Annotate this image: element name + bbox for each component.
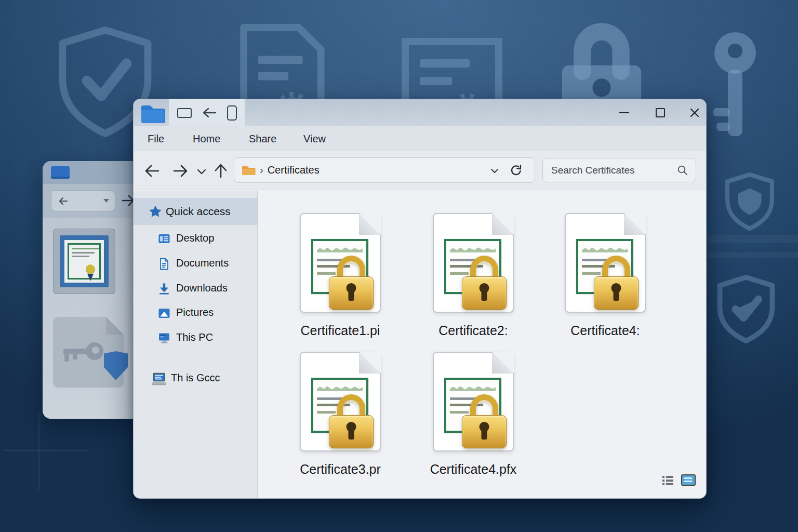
background-cross-mark (38, 411, 39, 490)
tiles-view-icon[interactable] (681, 474, 696, 486)
certificate-ribbon (87, 274, 94, 281)
up-button[interactable] (212, 163, 229, 179)
window-content: Quick access Desktop (134, 191, 706, 498)
certificate-file-icon (433, 213, 514, 313)
certificate-file-icon (433, 352, 514, 451)
folder-icon (242, 165, 256, 176)
background-cross-mark (4, 450, 89, 451)
certificate-file-icon (300, 352, 381, 451)
monitor-icon (158, 332, 170, 344)
menu-view[interactable]: View (303, 126, 326, 151)
address-dropdown-chevron[interactable] (490, 166, 499, 176)
sidebar-item-quick-access[interactable]: Quick access (134, 198, 257, 225)
certificate-seal (86, 264, 95, 274)
file-certificate2[interactable]: Certificate2: (428, 213, 519, 343)
sidebar-item-label: Pictures (176, 307, 214, 318)
search-box[interactable] (542, 158, 696, 182)
document-icon (158, 258, 170, 270)
download-icon (158, 283, 170, 295)
file-name: Certificate4.pfx (406, 462, 541, 477)
refresh-icon[interactable] (509, 164, 523, 178)
navigation-sidebar: Quick access Desktop (134, 191, 258, 498)
background-explorer-window[interactable] (43, 161, 147, 419)
recent-locations-chevron[interactable] (196, 166, 207, 177)
file-list-panel: Certificate1.pi Certificate2: (258, 191, 706, 498)
back-window-address-bar (51, 190, 115, 211)
list-view-icon[interactable] (662, 475, 674, 486)
menu-share[interactable]: Share (249, 126, 276, 151)
file-name: Certificate1.pi (273, 323, 408, 338)
certificate-paper (64, 240, 104, 283)
file-name: Certificate3.pr (273, 462, 408, 477)
sidebar-item-label: This PC (176, 331, 213, 343)
minimize-button[interactable] (609, 99, 639, 126)
close-button[interactable] (680, 99, 707, 126)
shield-badge-icon (723, 170, 776, 233)
portrait-rect-icon (227, 105, 237, 121)
search-input[interactable] (551, 158, 671, 182)
desktop-icon (158, 233, 170, 245)
desktop-background: File Home Share View (0, 0, 798, 532)
search-icon (677, 165, 688, 176)
breadcrumb-separator: › (260, 164, 263, 176)
laptop-icon (151, 373, 167, 386)
file-certificate4a[interactable]: Certificate4: (560, 213, 651, 343)
padlock-icon (594, 256, 639, 310)
minimize-icon (619, 112, 629, 114)
file-certificate1[interactable]: Certificate1.pi (295, 213, 386, 343)
certificate-border (68, 243, 101, 280)
sidebar-item-label: Documents (176, 257, 229, 269)
certificate-frame (60, 235, 109, 287)
sidebar-item-label: Desktop (176, 232, 214, 244)
shield-icon (104, 351, 128, 380)
star-icon (149, 205, 162, 218)
padlock-icon (462, 256, 507, 310)
view-toggles (662, 474, 696, 487)
sidebar-item-desktop[interactable]: Desktop (134, 228, 257, 250)
padlock-icon (462, 394, 507, 448)
maximize-icon (656, 108, 665, 117)
rectangle-icon (177, 108, 192, 118)
file-name: Certificate4: (538, 323, 673, 338)
file-certificate3[interactable]: Certificate3.pr (295, 352, 386, 482)
certificate-file-icon (300, 213, 381, 313)
key-icon (60, 340, 106, 367)
forward-button[interactable] (172, 163, 189, 179)
padlock-icon (329, 256, 374, 310)
menu-bar: File Home Share View (134, 126, 706, 151)
sidebar-item-documents[interactable]: Documents (134, 252, 257, 275)
folder-icon (51, 166, 70, 179)
padlock-icon (329, 394, 374, 448)
navigation-toolbar: › Certificates (134, 151, 706, 190)
titlebar[interactable] (134, 99, 706, 126)
back-window-toolbar (43, 184, 147, 218)
close-icon (689, 108, 700, 118)
menu-file[interactable]: File (148, 126, 164, 151)
breadcrumb-location[interactable]: Certificates (268, 164, 320, 176)
sidebar-item-label: Th is Gccc (171, 372, 220, 384)
file-name: Certificate2: (406, 323, 541, 338)
key-document-thumbnail (53, 317, 124, 388)
certificate-thumbnail (53, 229, 115, 294)
file-explorer-window: File Home Share View (133, 99, 707, 499)
sidebar-item-downloads[interactable]: Downloads (134, 277, 257, 300)
back-window-titlebar (43, 161, 147, 184)
padlock-icon (551, 15, 653, 104)
sidebar-item-label: Downloads (176, 282, 228, 294)
address-bar[interactable]: › Certificates (234, 157, 535, 183)
folder-icon (140, 103, 166, 124)
sidebar-item-secondary[interactable]: Th is Gccc (134, 367, 257, 390)
menu-home[interactable]: Home (193, 126, 220, 151)
back-window-body (43, 218, 147, 419)
sidebar-item-pictures[interactable]: Pictures (134, 302, 257, 325)
back-arrow-icon (58, 196, 69, 206)
certificate-file-icon (565, 213, 646, 313)
titlebar-tab (169, 99, 245, 126)
sidebar-item-this-pc[interactable]: This PC (134, 327, 257, 350)
back-button[interactable] (144, 163, 161, 179)
picture-icon (158, 307, 170, 320)
background-glow-bar (704, 252, 798, 258)
file-certificate4-pfx[interactable]: Certificate4.pfx (428, 352, 519, 482)
quick-access-label: Quick access (166, 205, 231, 218)
maximize-button[interactable] (646, 99, 675, 126)
